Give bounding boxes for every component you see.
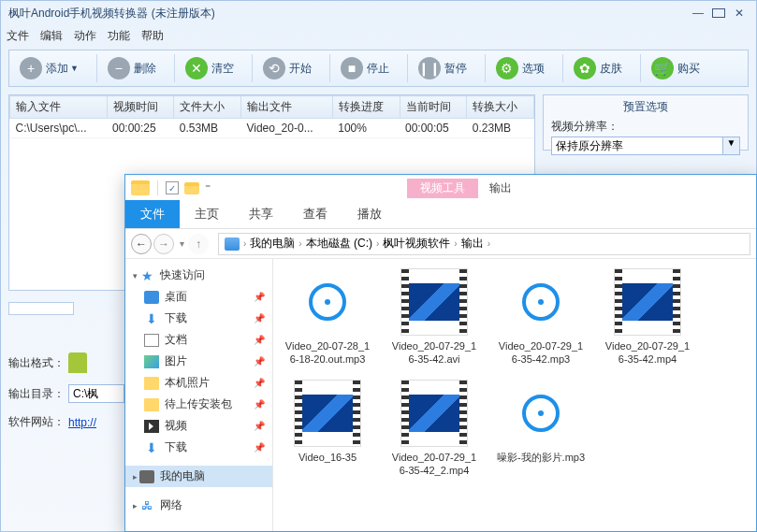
site-link[interactable]: http:// [68, 416, 96, 429]
video-thumb-icon [614, 268, 681, 336]
pause-button[interactable]: ❙❙暂停 [412, 54, 473, 82]
back-button[interactable]: ← [131, 234, 152, 254]
pin-icon: 📌 [254, 292, 265, 302]
pc-icon [139, 470, 154, 483]
seek-bar[interactable] [8, 302, 74, 315]
clear-button[interactable]: ✕清空 [179, 54, 240, 82]
video-thumb-icon [294, 380, 361, 447]
menu-edit[interactable]: 编辑 [40, 28, 63, 44]
delete-button[interactable]: −删除 [101, 54, 163, 82]
pin-icon: 📌 [254, 313, 265, 324]
ribbon-tab-0[interactable]: 文件 [125, 200, 180, 228]
output-dir-input[interactable] [68, 384, 124, 403]
folder-icon [144, 398, 159, 411]
skin-button[interactable]: ✿皮肤 [567, 54, 629, 82]
preset-title: 预置选项 [551, 99, 740, 115]
sidebar-mypc[interactable]: ▸我的电脑 [125, 466, 272, 487]
history-dropdown-icon[interactable]: ▾ [180, 238, 184, 249]
download-icon: ⬇ [144, 441, 159, 454]
file-item[interactable]: Video_20-07-29_16-35-42.mp3 [496, 268, 586, 367]
sidebar-item[interactable]: 待上传安装包📌 [125, 394, 272, 415]
sidebar-item[interactable]: ⬇下载📌 [125, 437, 272, 458]
column-header[interactable]: 转换大小 [467, 96, 534, 119]
resolution-select[interactable] [551, 137, 723, 155]
column-header[interactable]: 文件大小 [174, 96, 241, 119]
sidebar-item[interactable]: ⬇下载📌 [125, 308, 272, 329]
pin-icon: 📌 [254, 442, 265, 453]
resolution-dropdown-icon[interactable]: ▼ [723, 137, 740, 155]
breadcrumb[interactable]: › 我的电脑›本地磁盘 (C:)›枫叶视频软件›输出› [218, 233, 750, 255]
close-button[interactable]: ✕ [730, 6, 749, 21]
column-header[interactable]: 输出文件 [240, 96, 332, 119]
site-label: 软件网站： [8, 414, 68, 430]
file-item[interactable]: Video_20-07-29_16-35-42_2.mp4 [389, 380, 479, 478]
explorer-sidebar: ▾★快速访问桌面📌⬇下载📌文档📌图片📌本机照片📌待上传安装包📌视频📌⬇下载📌▸我… [125, 259, 273, 531]
options-button[interactable]: ⚙选项 [489, 54, 551, 82]
network-icon: 🖧 [139, 499, 154, 512]
sidebar-item[interactable]: 视频📌 [125, 415, 272, 437]
pin-icon: 📌 [254, 399, 265, 410]
start-button[interactable]: ⟲开始 [256, 54, 318, 82]
breadcrumb-seg[interactable]: 本地磁盘 (C:) [306, 236, 372, 252]
file-item[interactable]: Video_16-35 [283, 380, 372, 478]
options-button-icon: ⚙ [496, 57, 518, 79]
sidebar-item[interactable]: 图片📌 [125, 351, 272, 372]
menu-action[interactable]: 动作 [74, 28, 96, 44]
audio-icon [507, 268, 575, 336]
forward-button[interactable]: → [153, 234, 174, 254]
pic-icon [144, 355, 159, 368]
add-button[interactable]: +添加▼ [13, 54, 85, 82]
stop-button-icon: ■ [341, 57, 363, 79]
file-pane: Video_20-07-28_16-18-20.out.mp3Video_20-… [273, 259, 756, 531]
sidebar-item[interactable]: 文档📌 [125, 329, 272, 351]
sidebar-item[interactable]: 桌面📌 [125, 286, 272, 308]
download-icon: ⬇ [144, 312, 159, 325]
buy-button-icon: 🛒 [651, 57, 674, 79]
ribbon-tab-4[interactable]: 播放 [342, 200, 397, 228]
star-icon: ★ [139, 269, 154, 282]
ribbon-tab-2[interactable]: 共享 [234, 200, 288, 228]
folder-icon[interactable] [131, 180, 150, 195]
app-title: 枫叶Android手机视频转换器 (未注册版本) [8, 6, 687, 22]
menubar: 文件 编辑 动作 功能 帮助 [1, 25, 756, 46]
column-header[interactable]: 输入文件 [10, 96, 108, 119]
stop-button[interactable]: ■停止 [334, 54, 396, 82]
menu-function[interactable]: 功能 [108, 28, 130, 44]
doc-icon [144, 334, 159, 347]
pause-button-icon: ❙❙ [418, 57, 441, 79]
file-item[interactable]: Video_20-07-29_16-35-42.mp4 [603, 268, 692, 367]
menu-help[interactable]: 帮助 [141, 28, 164, 44]
column-header[interactable]: 当前时间 [400, 96, 467, 119]
pin-icon: 📌 [254, 356, 265, 367]
sidebar-network[interactable]: ▸🖧网络 [125, 495, 272, 516]
ribbon-tab-3[interactable]: 查看 [288, 200, 342, 228]
minimize-button[interactable]: — [689, 6, 707, 21]
breadcrumb-seg[interactable]: 枫叶视频软件 [383, 236, 450, 252]
column-header[interactable]: 转换进度 [332, 96, 400, 119]
buy-button[interactable]: 🛒购买 [645, 54, 706, 82]
pin-icon: 📌 [254, 335, 265, 345]
start-button-icon: ⟲ [263, 57, 285, 79]
file-item[interactable]: 噪影-我的影片.mp3 [496, 380, 586, 478]
audio-icon [294, 268, 361, 336]
video-thumb-icon [400, 268, 468, 336]
maximize-button[interactable] [709, 6, 728, 21]
file-item[interactable]: Video_20-07-29_16-35-42.avi [389, 268, 479, 367]
ribbon-tab-1[interactable]: 主页 [180, 200, 234, 228]
column-header[interactable]: 视频时间 [107, 96, 174, 119]
breadcrumb-seg[interactable]: 输出 [461, 236, 484, 252]
breadcrumb-seg[interactable]: 我的电脑 [250, 236, 295, 252]
preset-panel: 预置选项 视频分辨率： ▼ [543, 94, 749, 151]
folder-small-icon[interactable] [184, 182, 199, 194]
menu-file[interactable]: 文件 [7, 28, 29, 44]
qat-check-icon[interactable]: ✓ [166, 181, 179, 194]
add-button-icon: + [20, 57, 42, 79]
file-item[interactable]: Video_20-07-28_16-18-20.out.mp3 [283, 268, 372, 367]
file-name: 噪影-我的影片.mp3 [497, 451, 585, 464]
sidebar-quick-access[interactable]: ▾★快速访问 [125, 265, 272, 286]
sidebar-item[interactable]: 本机照片📌 [125, 372, 272, 394]
file-name: Video_20-07-29_16-35-42.mp4 [603, 339, 692, 367]
up-button[interactable]: ↑ [188, 234, 209, 254]
video-icon [144, 420, 159, 433]
table-row[interactable]: C:\Users\pc\...00:00:250.53MBVideo_20-0.… [10, 119, 534, 138]
